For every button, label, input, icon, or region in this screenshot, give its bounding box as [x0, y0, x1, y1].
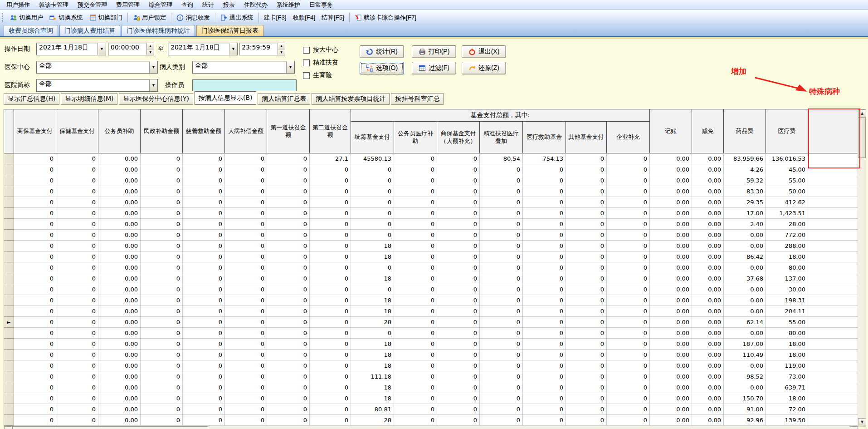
row-marker-cell[interactable] — [4, 175, 14, 186]
row-marker-cell[interactable] — [4, 415, 14, 426]
table-row[interactable]: 000.000000000000000.000.002.4028.00 — [4, 219, 858, 230]
row-marker-cell[interactable] — [4, 360, 14, 371]
table-row[interactable]: 000.0000000180000000.000.00187.0018.00 — [4, 339, 858, 350]
spin-up-icon[interactable]: ▲ — [147, 43, 154, 49]
subtab-按病人信息显示(B)[interactable]: 按病人信息显示(B) — [195, 91, 257, 105]
row-marker-cell[interactable] — [4, 186, 14, 197]
table-row[interactable]: 000.000000000000000.000.000.0080.00 — [4, 262, 858, 273]
table-row[interactable]: 000.00000027.145580.130080.54754.13000.0… — [4, 153, 858, 164]
table-row[interactable]: 000.0000000180000000.000.000.00639.71 — [4, 382, 858, 393]
button-选项(O)[interactable]: 选项(O) — [360, 62, 404, 74]
table-row[interactable]: 000.0000000280000000.000.0092.96139.50 — [4, 415, 858, 426]
column-header-大病补偿金额[interactable]: 大病补偿金额 — [225, 109, 267, 153]
scroll-up-icon[interactable]: ▲ — [858, 109, 866, 118]
menu-item-就诊卡管理[interactable]: 就诊卡管理 — [34, 0, 73, 10]
checkbox-box[interactable] — [303, 72, 310, 79]
table-row[interactable]: 000.000000000000000.000.004.2645.00 — [4, 164, 858, 175]
toolbar-button-用户锁定[interactable]: 用户锁定 — [130, 11, 169, 24]
table-row[interactable]: 000.000000000000000.000.000.00772.00 — [4, 230, 858, 241]
table-row[interactable]: 000.000000000000000.000.0017.001,423.51 — [4, 208, 858, 219]
table-row[interactable]: 000.0000000180000000.000.00150.7018.00 — [4, 393, 858, 404]
table-row[interactable]: 000.0000000180000000.000.00110.4918.00 — [4, 350, 858, 360]
dropdown-icon[interactable]: ▼ — [98, 43, 106, 55]
menu-item-系统维护[interactable]: 系统维护 — [272, 0, 305, 10]
spin-buttons[interactable]: ▲▼ — [278, 43, 285, 55]
checkbox-按大中心[interactable]: 按大中心 — [303, 44, 338, 56]
menu-item-住院代办[interactable]: 住院代办 — [239, 0, 272, 10]
column-header-保健基金支付[interactable]: 保健基金支付 — [56, 109, 98, 153]
row-marker-cell[interactable] — [4, 393, 14, 404]
checkbox-box[interactable] — [303, 59, 310, 66]
row-marker-cell[interactable] — [4, 219, 14, 230]
dropdown-icon[interactable]: ▼ — [229, 43, 237, 55]
column-header-第二道扶贫金额[interactable]: 第二道扶贫金额 — [310, 109, 351, 153]
row-marker-cell[interactable] — [4, 339, 14, 350]
column-header-special-disease-empty[interactable] — [808, 109, 858, 153]
tab-门诊病人费用结算[interactable]: 门诊病人费用结算 — [59, 25, 120, 36]
operator-input[interactable] — [192, 79, 297, 91]
dropdown-icon[interactable]: ▼ — [286, 61, 294, 73]
subtab-按挂号科室汇总[interactable]: 按挂号科室汇总 — [391, 93, 444, 105]
tab-门诊医保结算日报表[interactable]: 门诊医保结算日报表 — [196, 25, 263, 36]
scroll-down-icon[interactable]: ▼ — [858, 418, 866, 426]
toolbar-grip[interactable] — [2, 13, 4, 22]
column-header-记账[interactable]: 记账 — [650, 109, 692, 153]
row-marker-cell[interactable] — [4, 153, 14, 164]
toolbar-button-消息收发[interactable]: 消息收发 — [173, 11, 213, 24]
spin-buttons[interactable]: ▲▼ — [146, 43, 154, 55]
row-marker-cell[interactable] — [4, 208, 14, 219]
row-marker-cell[interactable] — [4, 328, 14, 339]
row-marker-cell[interactable] — [4, 262, 14, 273]
date-to-picker[interactable]: 2021年 1月18日 ▼ — [168, 43, 238, 55]
menu-item-查询[interactable]: 查询 — [177, 0, 198, 10]
insurance-center-select[interactable]: 全部 ▼ — [36, 61, 158, 74]
row-marker-cell[interactable] — [4, 164, 14, 175]
button-还原(Z)[interactable]: 还原(Z) — [462, 62, 506, 74]
subtab-病人结算汇总表[interactable]: 病人结算汇总表 — [258, 93, 310, 105]
subtab-显示汇总信息(H)[interactable]: 显示汇总信息(H) — [4, 93, 59, 105]
row-marker-cell[interactable]: ► — [4, 317, 14, 328]
row-marker-cell[interactable] — [4, 350, 14, 360]
column-header-公务员医疗补助[interactable]: 公务员医疗补助 — [394, 122, 437, 153]
table-row[interactable]: 000.0000000180000000.000.0037.68137.00 — [4, 273, 858, 284]
scroll-right-icon[interactable]: ► — [850, 426, 858, 429]
column-header-药品费[interactable]: 药品费 — [724, 109, 766, 153]
button-退出(X)[interactable]: 退出(X) — [462, 45, 506, 58]
column-header-商保基金支付[interactable]: 商保基金支付 — [14, 109, 56, 153]
checkbox-box[interactable] — [303, 47, 310, 54]
column-header-精准扶贫医疗叠加[interactable]: 精准扶贫医疗叠加 — [480, 122, 523, 153]
vertical-scrollbar[interactable]: ▲ ▼ — [858, 109, 866, 427]
column-header-企业补充[interactable]: 企业补充 — [607, 122, 650, 153]
toolbar-button-切换用户[interactable]: 切换用户 — [7, 11, 46, 24]
menu-item-费用管理[interactable]: 费用管理 — [112, 0, 144, 10]
dropdown-icon[interactable]: ▼ — [149, 61, 157, 73]
menu-item-报表[interactable]: 报表 — [219, 0, 239, 10]
column-header-其他基金支付[interactable]: 其他基金支付 — [566, 122, 607, 153]
tab-收费员综合查询[interactable]: 收费员综合查询 — [4, 25, 58, 36]
menu-item-日常事务[interactable]: 日常事务 — [305, 0, 337, 10]
horizontal-scrollbar[interactable]: ◄ ► — [4, 426, 858, 429]
checkbox-精准扶贫[interactable]: 精准扶贫 — [303, 56, 338, 69]
table-row[interactable]: 000.0000000180000000.000.000.00198.31 — [4, 295, 858, 306]
column-header-第一道扶贫金额[interactable]: 第一道扶贫金额 — [267, 109, 310, 153]
row-marker-cell[interactable] — [4, 371, 14, 382]
menu-item-统计[interactable]: 统计 — [198, 0, 219, 10]
spin-down-icon[interactable]: ▼ — [278, 49, 285, 55]
tab-门诊医保特殊病种统计[interactable]: 门诊医保特殊病种统计 — [122, 25, 195, 36]
table-row[interactable]: 000.000000000000000.000.000.0080.00 — [4, 328, 858, 339]
table-row[interactable]: ►000.0000000280000000.000.0062.1455.00 — [4, 317, 858, 328]
row-marker-cell[interactable] — [4, 404, 14, 415]
row-marker-cell[interactable] — [4, 251, 14, 262]
row-marker-cell[interactable] — [4, 273, 14, 284]
toolbar-button-收款[F4][interactable]: 收款[F4] — [290, 11, 319, 24]
table-row[interactable]: 000.0000000180000000.000.000.00204.11 — [4, 306, 858, 317]
time-from-spinner[interactable]: 00:00:00 ▲▼ — [108, 43, 154, 55]
table-row[interactable]: 000.000000000000000.000.000.0030.00 — [4, 284, 858, 295]
column-header-统筹基金支付[interactable]: 统筹基金支付 — [351, 122, 394, 153]
menu-item-综合管理[interactable]: 综合管理 — [144, 0, 177, 10]
patient-type-select[interactable]: 全部 ▼ — [192, 61, 295, 74]
column-header-慈善救助金额[interactable]: 慈善救助金额 — [183, 109, 225, 153]
toolbar-button-切换部门[interactable]: 切换部门 — [86, 11, 126, 24]
column-header-医疗救助基金[interactable]: 医疗救助基金 — [523, 122, 566, 153]
toolbar-button-建卡[F3][interactable]: 建卡[F3] — [261, 11, 290, 24]
